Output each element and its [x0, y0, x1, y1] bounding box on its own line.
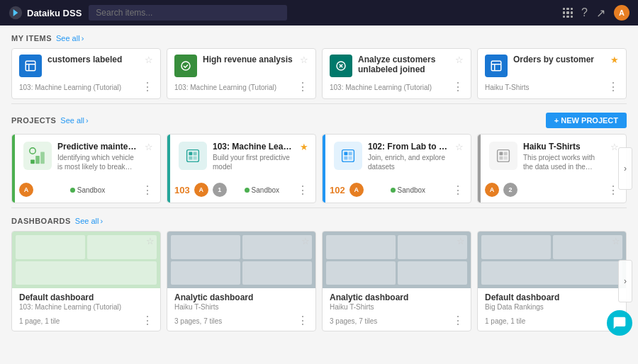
project-avatar: A [194, 183, 208, 197]
topbar-right: ? ↗ A [563, 5, 629, 21]
item-star[interactable]: ☆ [145, 55, 153, 65]
dash-subtitle: Haiku T-Shirts [330, 303, 464, 311]
dash-card-body: Analytic dashboard Haiku T-Shirts [167, 288, 315, 314]
sandbox-dot [245, 188, 250, 193]
project-accent [12, 135, 15, 203]
project-desc: Build your first predictive model [213, 153, 294, 171]
project-footer: 103 A 1 Sandbox ⋮ [167, 178, 315, 203]
dash-menu[interactable]: ⋮ [452, 315, 464, 326]
project-icon [179, 142, 207, 170]
my-items-see-all[interactable]: See all › [56, 34, 84, 42]
app-logo: Dataiku DSS [9, 6, 82, 20]
analytics-icon[interactable]: ↗ [596, 6, 605, 20]
project-menu[interactable]: ⋮ [142, 183, 153, 197]
dash-meta: 1 page, 1 tile [19, 317, 60, 325]
dash-star[interactable]: ☆ [146, 236, 155, 246]
item-card: Analyze customers unlabeled joined ☆ 103… [322, 48, 471, 99]
dash-star[interactable]: ☆ [612, 236, 620, 246]
project-icon [23, 142, 52, 170]
item-star[interactable]: ☆ [455, 55, 464, 65]
projects-next-arrow[interactable]: › [618, 147, 632, 190]
project-footer: A Sandbox ⋮ [12, 178, 160, 203]
svg-rect-15 [194, 152, 197, 155]
new-project-button[interactable]: + NEW PROJECT [546, 113, 627, 128]
chat-bubble[interactable] [607, 310, 632, 336]
svg-rect-9 [30, 160, 35, 164]
dashboard-card: ☆ Default dashboard Big Data Rankings 1 … [477, 231, 627, 331]
dash-footer: 3 pages, 7 tiles ⋮ [323, 314, 471, 331]
dash-name: Analytic dashboard [174, 292, 308, 302]
item-menu[interactable]: ⋮ [608, 81, 619, 93]
dash-footer: 1 page, 1 tile ⋮ [478, 314, 626, 331]
dash-name: Default dashboard [19, 292, 153, 302]
project-footer: A 2 ⋮ [478, 178, 626, 203]
project-card-header: Predictive maintenance f... Identifying … [12, 135, 160, 178]
user-avatar[interactable]: A [614, 5, 629, 21]
project-accent [323, 135, 325, 203]
sandbox-dot [70, 188, 75, 193]
item-menu[interactable]: ⋮ [142, 81, 153, 93]
my-items-header: MY ITEMS See all › [11, 34, 627, 42]
item-icon [330, 55, 352, 77]
project-avatar: A [349, 183, 364, 197]
item-subtitle: 103: Machine Learning (Tutorial) [19, 84, 121, 91]
item-star[interactable]: ★ [610, 55, 619, 65]
thumb-cell [481, 235, 551, 259]
svg-point-4 [181, 62, 190, 70]
dash-star[interactable]: ☆ [301, 236, 310, 246]
project-menu[interactable]: ⋮ [452, 183, 464, 197]
item-menu[interactable]: ⋮ [297, 81, 308, 93]
dash-subtitle: Haiku T-Shirts [174, 303, 308, 311]
project-avatar-count: 2 [503, 183, 517, 197]
item-name: Analyze customers unlabeled joined [358, 55, 449, 74]
svg-rect-26 [499, 157, 503, 160]
svg-rect-11 [40, 152, 45, 164]
item-card-bottom: Haiku T-Shirts ⋮ [485, 81, 619, 93]
project-card: Predictive maintenance f... Identifying … [11, 134, 161, 203]
project-menu[interactable]: ⋮ [297, 183, 308, 197]
item-name: High revenue analysis [203, 55, 294, 64]
dash-name: Default dashboard [485, 292, 619, 302]
project-star[interactable]: ★ [300, 142, 308, 152]
svg-rect-13 [187, 150, 199, 162]
svg-rect-14 [189, 152, 192, 155]
thumb-cell [326, 261, 396, 285]
thumb-cell [171, 261, 240, 285]
dash-menu[interactable]: ⋮ [142, 315, 153, 326]
help-icon[interactable]: ? [581, 6, 588, 19]
dash-footer: 1 page, 1 tile ⋮ [12, 314, 160, 331]
project-desc: Join, enrich, and explore datasets [368, 153, 449, 171]
dashboards-next-arrow[interactable]: › [618, 260, 632, 302]
dashboards-see-all[interactable]: See all › [75, 217, 103, 225]
dash-menu[interactable]: ⋮ [297, 315, 308, 326]
item-icon [19, 55, 42, 77]
dash-thumbnail [323, 232, 471, 288]
dashboards-section: DASHBOARDS See all › ☆ Default dashboard… [0, 208, 638, 336]
svg-rect-27 [504, 157, 508, 160]
svg-rect-16 [189, 157, 192, 160]
item-star[interactable]: ☆ [300, 55, 308, 65]
item-menu[interactable]: ⋮ [452, 81, 464, 93]
project-star[interactable]: ☆ [455, 142, 464, 152]
project-accent [167, 135, 170, 203]
svg-rect-1 [26, 61, 35, 71]
dash-star[interactable]: ☆ [457, 236, 465, 246]
svg-rect-20 [349, 152, 352, 155]
main-content: MY ITEMS See all › customers labeled ☆ 1… [0, 25, 638, 364]
svg-rect-19 [344, 152, 347, 155]
project-star[interactable]: ☆ [145, 142, 153, 152]
thumb-cell [16, 261, 157, 285]
project-footer: 102 A Sandbox ⋮ [323, 178, 471, 203]
dash-subtitle: 103: Machine Learning (Tutorial) [19, 303, 153, 311]
project-desc: This project works with the data used in… [523, 153, 605, 171]
projects-see-all[interactable]: See all › [60, 116, 88, 125]
item-card-bottom: 103: Machine Learning (Tutorial) ⋮ [19, 81, 153, 93]
search-input[interactable] [89, 5, 287, 21]
grid-icon[interactable] [563, 8, 573, 18]
project-menu[interactable]: ⋮ [608, 183, 619, 197]
thumb-cell [326, 235, 396, 259]
project-info: Predictive maintenance f... Identifying … [57, 142, 139, 171]
my-items-section: MY ITEMS See all › customers labeled ☆ 1… [0, 25, 638, 103]
dash-thumbnail [167, 232, 315, 288]
sandbox-badge: Sandbox [70, 186, 105, 194]
